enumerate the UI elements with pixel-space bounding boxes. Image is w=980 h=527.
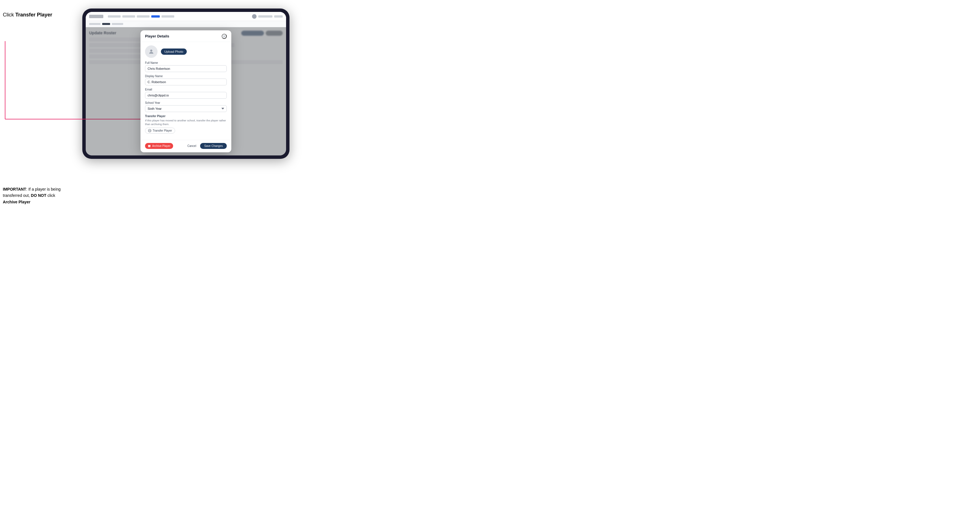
display-name-label: Display Name [145,75,227,78]
instruction-prefix: Click [3,12,15,17]
nav-user-name [258,15,272,17]
player-details-modal: Player Details × [140,30,231,152]
nav-item-3 [137,15,150,17]
full-name-input[interactable] [145,65,227,72]
user-icon [148,49,154,55]
nav-item-2 [123,15,135,17]
footer-left-actions: Archive Player [145,143,173,149]
full-name-label: Full Name [145,61,227,64]
sub-nav-3 [112,23,123,25]
modal-close-button[interactable]: × [222,34,227,39]
email-input[interactable] [145,92,227,99]
app-logo [89,15,103,18]
modal-header: Player Details × [140,30,231,42]
bottom-text-2: click [46,193,55,198]
instruction-top: Click Transfer Player [3,11,52,18]
school-year-select[interactable]: First Year Second Year Third Year Fourth… [145,105,227,112]
transfer-button-label: Transfer Player [153,129,172,132]
do-not-label: DO NOT [31,193,46,198]
email-label: Email [145,88,227,91]
sub-navbar [86,21,286,27]
email-group: Email [145,88,227,99]
svg-rect-2 [148,145,151,146]
nav-items [108,15,174,17]
instruction-bold: Transfer Player [15,12,52,17]
modal-footer: Archive Player Cancel Save Changes [140,140,231,152]
modal-body: Upload Photo Full Name Display Name [140,42,231,140]
nav-extra [274,15,283,17]
transfer-icon [148,129,151,132]
avatar-circle [145,45,158,58]
sub-nav-1 [89,23,100,25]
tablet-device: Update Roster Player Details × [82,8,290,159]
tablet-screen: Update Roster Player Details × [86,12,286,156]
important-label: IMPORTANT [3,187,26,192]
display-name-input[interactable] [145,79,227,86]
footer-right-actions: Cancel Save Changes [185,143,227,149]
full-name-group: Full Name [145,61,227,72]
display-name-group: Display Name [145,75,227,86]
modal-title: Player Details [145,34,169,38]
upload-photo-button[interactable]: Upload Photo [161,49,187,55]
avatar-row: Upload Photo [145,45,227,58]
transfer-player-button[interactable]: Transfer Player [145,128,175,133]
archive-label: Archive Player [3,200,30,204]
modal-overlay: Player Details × [86,27,286,156]
content-area: Update Roster Player Details × [86,27,286,156]
cancel-button[interactable]: Cancel [185,143,198,149]
nav-item-1 [108,15,121,17]
nav-right [252,14,283,19]
archive-icon [148,144,151,148]
bottom-instruction: IMPORTANT: If a player is being transfer… [3,186,62,205]
nav-avatar [252,14,256,19]
archive-player-button[interactable]: Archive Player [145,143,173,149]
svg-point-0 [150,49,152,51]
app-navbar [86,12,286,21]
school-year-label: School Year [145,101,227,105]
transfer-section-description: If this player has moved to another scho… [145,119,227,126]
sub-nav-active [102,23,110,25]
transfer-section-title: Transfer Player [145,114,227,118]
save-changes-button[interactable]: Save Changes [200,143,227,149]
nav-item-5 [161,15,174,17]
archive-button-label: Archive Player [152,144,170,148]
nav-item-active [151,15,160,17]
school-year-group: School Year First Year Second Year Third… [145,101,227,112]
transfer-section: Transfer Player If this player has moved… [145,114,227,134]
